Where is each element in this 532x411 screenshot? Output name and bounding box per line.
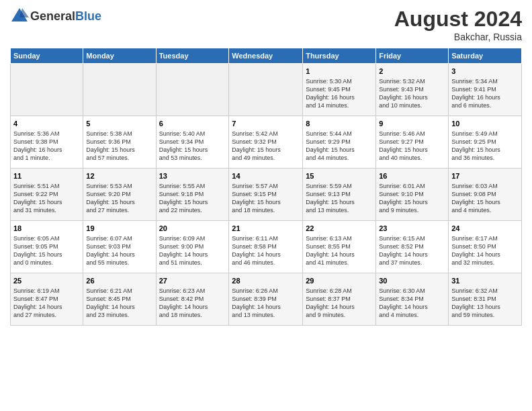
day-info: Sunrise: 6:11 AM Sunset: 8:58 PM Dayligh… (232, 234, 300, 267)
table-row (156, 64, 229, 116)
logo-icon (10, 7, 29, 26)
day-number: 7 (232, 119, 300, 129)
table-row: 24Sunrise: 6:17 AM Sunset: 8:50 PM Dayli… (449, 221, 522, 273)
day-number: 4 (13, 119, 80, 129)
day-number: 2 (379, 66, 445, 77)
day-info: Sunrise: 5:38 AM Sunset: 9:36 PM Dayligh… (86, 130, 152, 163)
day-number: 25 (13, 276, 80, 286)
logo: GeneralBlue (10, 7, 101, 26)
day-info: Sunrise: 6:09 AM Sunset: 9:00 PM Dayligh… (159, 234, 226, 267)
day-number: 16 (379, 171, 445, 181)
day-number: 24 (451, 224, 519, 234)
table-row: 12Sunrise: 5:53 AM Sunset: 9:20 PM Dayli… (83, 169, 156, 221)
table-row: 13Sunrise: 5:55 AM Sunset: 9:18 PM Dayli… (156, 169, 229, 221)
col-sunday: Sunday (11, 48, 83, 64)
day-info: Sunrise: 6:21 AM Sunset: 8:45 PM Dayligh… (86, 287, 152, 320)
day-number: 22 (306, 224, 373, 234)
day-number: 17 (451, 171, 519, 181)
table-row: 29Sunrise: 6:28 AM Sunset: 8:37 PM Dayli… (303, 273, 376, 326)
day-number: 26 (86, 276, 152, 286)
calendar-week-row: 18Sunrise: 6:05 AM Sunset: 9:05 PM Dayli… (11, 221, 522, 273)
day-number: 6 (159, 119, 226, 129)
day-number: 9 (379, 119, 445, 129)
day-info: Sunrise: 5:55 AM Sunset: 9:18 PM Dayligh… (159, 182, 226, 215)
day-info: Sunrise: 6:19 AM Sunset: 8:47 PM Dayligh… (13, 287, 80, 320)
table-row: 17Sunrise: 6:03 AM Sunset: 9:08 PM Dayli… (449, 169, 522, 221)
header: GeneralBlue August 2024 Bakchar, Russia (10, 7, 522, 42)
calendar-week-row: 11Sunrise: 5:51 AM Sunset: 9:22 PM Dayli… (11, 169, 522, 221)
calendar-week-row: 1Sunrise: 5:30 AM Sunset: 9:45 PM Daylig… (11, 64, 522, 116)
day-info: Sunrise: 5:57 AM Sunset: 9:15 PM Dayligh… (232, 182, 300, 215)
day-info: Sunrise: 5:36 AM Sunset: 9:38 PM Dayligh… (13, 130, 80, 163)
day-info: Sunrise: 5:53 AM Sunset: 9:20 PM Dayligh… (86, 182, 152, 215)
day-info: Sunrise: 5:32 AM Sunset: 9:43 PM Dayligh… (379, 77, 445, 110)
day-info: Sunrise: 6:13 AM Sunset: 8:55 PM Dayligh… (306, 234, 373, 267)
day-number: 18 (13, 224, 80, 234)
title-block: August 2024 Bakchar, Russia (394, 7, 522, 42)
logo-text: GeneralBlue (30, 9, 101, 24)
day-number: 3 (451, 66, 519, 77)
day-info: Sunrise: 5:44 AM Sunset: 9:29 PM Dayligh… (306, 130, 373, 163)
day-info: Sunrise: 6:17 AM Sunset: 8:50 PM Dayligh… (451, 234, 519, 267)
month-year: August 2024 (394, 7, 522, 32)
table-row: 6Sunrise: 5:40 AM Sunset: 9:34 PM Daylig… (156, 116, 229, 169)
col-friday: Friday (376, 48, 449, 64)
page: GeneralBlue August 2024 Bakchar, Russia … (0, 0, 532, 411)
day-info: Sunrise: 5:40 AM Sunset: 9:34 PM Dayligh… (159, 130, 226, 163)
day-info: Sunrise: 5:59 AM Sunset: 9:13 PM Dayligh… (306, 182, 373, 215)
table-row: 19Sunrise: 6:07 AM Sunset: 9:03 PM Dayli… (83, 221, 156, 273)
table-row: 25Sunrise: 6:19 AM Sunset: 8:47 PM Dayli… (11, 273, 83, 326)
day-number: 29 (306, 276, 373, 286)
table-row (83, 64, 156, 116)
table-row: 7Sunrise: 5:42 AM Sunset: 9:32 PM Daylig… (229, 116, 303, 169)
day-info: Sunrise: 6:07 AM Sunset: 9:03 PM Dayligh… (86, 234, 152, 267)
day-number: 10 (451, 119, 519, 129)
table-row: 1Sunrise: 5:30 AM Sunset: 9:45 PM Daylig… (303, 64, 376, 116)
day-number: 31 (451, 276, 519, 286)
day-number: 21 (232, 224, 300, 234)
table-row: 30Sunrise: 6:30 AM Sunset: 8:34 PM Dayli… (376, 273, 449, 326)
day-info: Sunrise: 5:51 AM Sunset: 9:22 PM Dayligh… (13, 182, 80, 215)
table-row (229, 64, 303, 116)
calendar-table: Sunday Monday Tuesday Wednesday Thursday… (10, 48, 522, 326)
table-row: 5Sunrise: 5:38 AM Sunset: 9:36 PM Daylig… (83, 116, 156, 169)
day-number: 11 (13, 171, 80, 181)
day-info: Sunrise: 6:23 AM Sunset: 8:42 PM Dayligh… (159, 287, 226, 320)
table-row: 28Sunrise: 6:26 AM Sunset: 8:39 PM Dayli… (229, 273, 303, 326)
day-number: 8 (306, 119, 373, 129)
table-row: 23Sunrise: 6:15 AM Sunset: 8:52 PM Dayli… (376, 221, 449, 273)
table-row: 20Sunrise: 6:09 AM Sunset: 9:00 PM Dayli… (156, 221, 229, 273)
calendar-week-row: 4Sunrise: 5:36 AM Sunset: 9:38 PM Daylig… (11, 116, 522, 169)
table-row: 11Sunrise: 5:51 AM Sunset: 9:22 PM Dayli… (11, 169, 83, 221)
day-number: 15 (306, 171, 373, 181)
day-info: Sunrise: 5:34 AM Sunset: 9:41 PM Dayligh… (451, 77, 519, 110)
table-row: 10Sunrise: 5:49 AM Sunset: 9:25 PM Dayli… (449, 116, 522, 169)
table-row: 22Sunrise: 6:13 AM Sunset: 8:55 PM Dayli… (303, 221, 376, 273)
table-row: 8Sunrise: 5:44 AM Sunset: 9:29 PM Daylig… (303, 116, 376, 169)
calendar-header-row: Sunday Monday Tuesday Wednesday Thursday… (11, 48, 522, 64)
day-info: Sunrise: 6:28 AM Sunset: 8:37 PM Dayligh… (306, 287, 373, 320)
day-number: 12 (86, 171, 152, 181)
day-info: Sunrise: 5:46 AM Sunset: 9:27 PM Dayligh… (379, 130, 445, 163)
day-number: 20 (159, 224, 226, 234)
table-row: 2Sunrise: 5:32 AM Sunset: 9:43 PM Daylig… (376, 64, 449, 116)
col-tuesday: Tuesday (156, 48, 229, 64)
table-row: 15Sunrise: 5:59 AM Sunset: 9:13 PM Dayli… (303, 169, 376, 221)
day-number: 23 (379, 224, 445, 234)
day-number: 5 (86, 119, 152, 129)
day-info: Sunrise: 5:30 AM Sunset: 9:45 PM Dayligh… (306, 77, 373, 110)
day-number: 13 (159, 171, 226, 181)
day-number: 14 (232, 171, 300, 181)
table-row: 26Sunrise: 6:21 AM Sunset: 8:45 PM Dayli… (83, 273, 156, 326)
day-info: Sunrise: 6:15 AM Sunset: 8:52 PM Dayligh… (379, 234, 445, 267)
table-row: 18Sunrise: 6:05 AM Sunset: 9:05 PM Dayli… (11, 221, 83, 273)
table-row: 16Sunrise: 6:01 AM Sunset: 9:10 PM Dayli… (376, 169, 449, 221)
logo-blue: Blue (75, 9, 101, 23)
calendar-week-row: 25Sunrise: 6:19 AM Sunset: 8:47 PM Dayli… (11, 273, 522, 326)
day-info: Sunrise: 5:42 AM Sunset: 9:32 PM Dayligh… (232, 130, 300, 163)
day-info: Sunrise: 6:03 AM Sunset: 9:08 PM Dayligh… (451, 182, 519, 215)
col-thursday: Thursday (303, 48, 376, 64)
day-number: 30 (379, 276, 445, 286)
table-row: 9Sunrise: 5:46 AM Sunset: 9:27 PM Daylig… (376, 116, 449, 169)
day-info: Sunrise: 6:05 AM Sunset: 9:05 PM Dayligh… (13, 234, 80, 267)
